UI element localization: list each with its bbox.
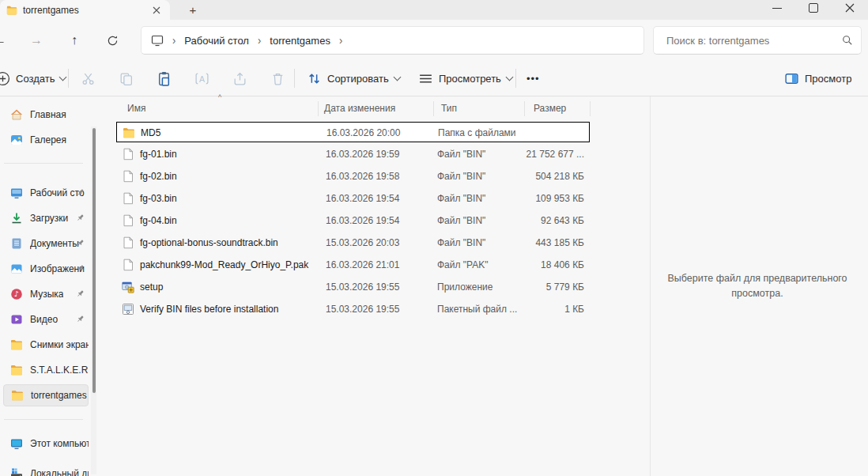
sidebar-item-screenshots[interactable]: Снимки экрана (3, 334, 89, 356)
file-row-fg-02[interactable]: fg-02.bin 16.03.2026 19:58 Файл "BIN" 50… (116, 166, 590, 187)
rename-icon: A (194, 71, 209, 86)
sidebar-divider (4, 419, 83, 420)
refresh-icon (107, 35, 119, 47)
folder-icon (6, 5, 17, 16)
column-header-type[interactable]: Тип (441, 99, 457, 118)
file-name: Verify BIN files before installation (140, 299, 278, 319)
view-button[interactable]: Просмотреть (415, 66, 515, 90)
sidebar-label: Главная (30, 109, 66, 120)
address-bar[interactable]: › Рабочий стол › torrentgames › (141, 26, 644, 55)
sidebar-divider (4, 163, 83, 164)
sidebar-label: Музыка (30, 289, 63, 300)
svg-text:A: A (199, 74, 206, 83)
maximize-button[interactable] (795, 0, 832, 20)
file-date: 15.03.2026 20:03 (326, 232, 399, 253)
column-header-name[interactable]: Имя (127, 99, 145, 118)
more-button[interactable]: ••• (523, 66, 543, 90)
breadcrumb-chevron-icon: › (172, 34, 175, 47)
videos-icon (10, 313, 23, 326)
trash-icon (270, 71, 285, 86)
folder-icon (10, 338, 23, 351)
create-button[interactable]: Создать (0, 66, 69, 90)
file-row-pakchunk[interactable]: pakchunk99-Mod_Ready_OrHiyo_P.pak 16.03.… (116, 255, 590, 275)
column-header-size[interactable]: Размер (534, 99, 566, 118)
forward-button[interactable]: → (25, 29, 47, 51)
sidebar-label: torrentgames (31, 390, 87, 401)
close-button[interactable] (832, 0, 868, 20)
column-separator[interactable] (433, 101, 434, 116)
sort-button[interactable]: Сортировать (304, 66, 403, 90)
file-icon (122, 148, 134, 161)
sidebar-item-local-disk[interactable]: Локальный ди (3, 463, 89, 476)
command-toolbar: Создать A (0, 60, 868, 96)
sidebar-label: Снимки экрана (30, 339, 89, 350)
search-box[interactable] (653, 26, 862, 55)
folder-icon (123, 127, 135, 139)
file-name: fg-04.bin (140, 210, 177, 231)
downloads-icon (10, 212, 23, 225)
installer-icon (122, 281, 134, 293)
tab-close-icon[interactable] (150, 4, 162, 16)
pictures-icon (10, 263, 23, 275)
sidebar-item-torrentgames[interactable]: torrentgames (3, 384, 89, 406)
sidebar-scrollbar-thumb[interactable] (92, 128, 96, 393)
close-icon (845, 3, 855, 13)
create-label: Создать (16, 73, 55, 85)
sidebar-item-stalker[interactable]: S.T.A.L.K.E.R. Ca (3, 359, 89, 381)
back-button[interactable]: ← (0, 29, 11, 51)
delete-button[interactable] (267, 66, 289, 90)
file-row-soundtrack[interactable]: fg-optional-bonus-soundtrack.bin 15.03.2… (116, 232, 590, 253)
sidebar-label: S.T.A.L.K.E.R. Ca (30, 365, 89, 376)
file-size: 109 953 КБ (466, 188, 584, 209)
cut-button[interactable] (77, 66, 99, 90)
file-icon (122, 214, 134, 227)
toolbar-separator (68, 69, 69, 88)
file-icon (122, 259, 134, 271)
rename-button[interactable]: A (191, 66, 213, 90)
sort-label: Сортировать (327, 73, 389, 85)
ellipsis-icon: ••• (526, 73, 540, 85)
gallery-icon (10, 134, 23, 146)
column-separator[interactable] (524, 101, 525, 116)
home-icon (10, 108, 23, 121)
copy-button[interactable] (115, 66, 137, 90)
file-name: fg-optional-bonus-soundtrack.bin (140, 232, 278, 253)
pin-icon (76, 289, 85, 298)
sidebar-label: Видео (30, 314, 58, 325)
file-date: 16.03.2026 19:58 (326, 166, 399, 187)
breadcrumb-desktop[interactable]: Рабочий стол (184, 35, 249, 47)
file-row-fg-03[interactable]: fg-03.bin 16.03.2026 19:54 Файл "BIN" 10… (116, 188, 590, 209)
music-icon: ♪ (10, 288, 23, 300)
share-icon (232, 71, 247, 86)
share-button[interactable] (229, 66, 251, 90)
new-tab-button[interactable]: + (184, 2, 202, 18)
file-row-fg-04[interactable]: fg-04.bin 16.03.2026 19:54 Файл "BIN" 92… (116, 210, 590, 231)
sidebar-label: Галерея (30, 134, 66, 145)
sort-icon (307, 71, 322, 86)
breadcrumb-torrentgames[interactable]: torrentgames (270, 35, 330, 47)
computer-icon (10, 437, 23, 450)
batch-file-icon (122, 303, 134, 315)
file-row-md5[interactable]: MD5 16.03.2026 20:00 Папка с файлами (116, 122, 590, 142)
up-button[interactable]: ↑ (63, 29, 85, 51)
file-row-setup[interactable]: setup 15.03.2026 19:55 Приложение 5 779 … (116, 277, 590, 297)
view-label: Просмотреть (439, 73, 501, 85)
file-row-fg-01[interactable]: fg-01.bin 16.03.2026 19:59 Файл "BIN" 21… (116, 144, 590, 164)
sidebar-item-gallery[interactable]: Галерея (3, 129, 89, 151)
explorer-tab[interactable]: torrentgames (0, 0, 170, 20)
svg-text:♪: ♪ (14, 289, 19, 298)
column-separator[interactable] (318, 101, 319, 116)
minimize-button[interactable] (759, 0, 795, 20)
preview-toggle-button[interactable]: Просмотр (781, 66, 855, 90)
sidebar-item-home[interactable]: Главная (3, 104, 89, 126)
file-date: 16.03.2026 19:54 (326, 210, 399, 231)
paste-button[interactable] (153, 66, 175, 90)
toolbar-separator (294, 69, 295, 88)
column-separator[interactable] (590, 101, 591, 116)
column-header-date[interactable]: Дата изменения (324, 99, 395, 118)
file-date: 15.03.2026 19:55 (326, 277, 399, 297)
file-row-verify-bat[interactable]: Verify BIN files before installation 15.… (116, 299, 590, 319)
sidebar-item-this-pc[interactable]: Этот компьюте (3, 433, 89, 455)
search-input[interactable] (665, 34, 842, 47)
refresh-button[interactable] (101, 29, 123, 51)
